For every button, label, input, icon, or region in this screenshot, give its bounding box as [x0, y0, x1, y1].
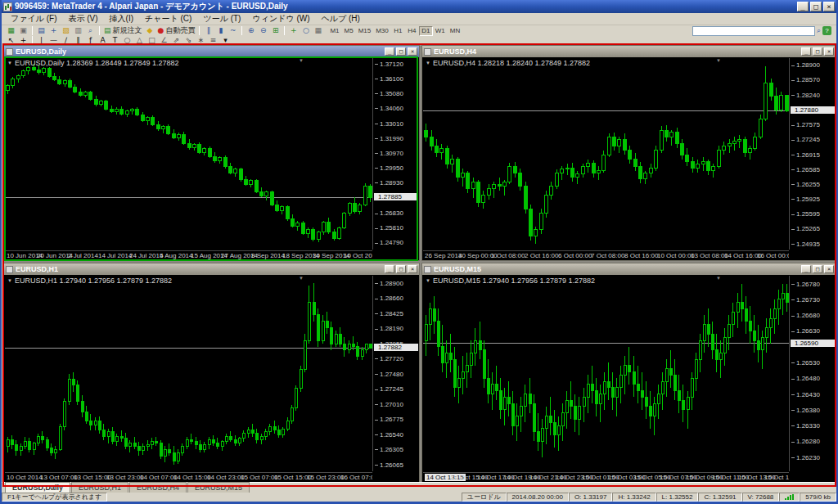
menu-item-view[interactable]: 表示 (V) — [62, 12, 103, 25]
channel-tool-icon: ∥ — [76, 36, 80, 45]
chart-title: EURUSD,H4 — [434, 47, 476, 56]
time-tick: 14 Oct 15:00 — [173, 474, 211, 481]
chart-title-bar[interactable]: EURUSD,H4 _□× — [422, 46, 836, 57]
minimize-button[interactable]: _ — [385, 47, 394, 56]
minimize-button[interactable]: _ — [385, 265, 394, 273]
chart-title: EURUSD,H1 — [16, 265, 58, 273]
zoom-in-button[interactable]: ⊕ — [245, 25, 257, 36]
periods-button[interactable]: ○ — [300, 25, 312, 36]
close-button[interactable]: × — [408, 47, 417, 56]
rectangle-tool-icon: □ — [148, 36, 155, 45]
chart-body[interactable]: ▼ EURUSD,H1 1.27940 1.27956 1.27879 1.27… — [4, 275, 419, 482]
zoom-out-button[interactable]: ⊖ — [257, 25, 269, 36]
menu-item-tools[interactable]: ツール (T) — [197, 12, 246, 25]
chevron-down-icon[interactable]: ▼ — [426, 278, 430, 283]
chart-title-bar[interactable]: EURUSD,Daily _□× — [4, 46, 419, 57]
price-tick: 1.27245 — [375, 385, 403, 393]
maximize-button[interactable]: □ — [396, 265, 406, 273]
close-button[interactable]: × — [823, 2, 835, 11]
title-bar[interactable]: 9096459: MetaTrader 4 - Alpari Japan - デ… — [2, 0, 836, 13]
chart-title-bar[interactable]: EURUSD,H1 _□× — [4, 263, 419, 275]
minimize-button[interactable]: _ — [797, 2, 809, 11]
candlestick-plot[interactable]: ▼ — [5, 276, 372, 471]
close-button[interactable]: × — [408, 265, 417, 273]
timeframe-w1-button[interactable]: W1 — [433, 26, 448, 36]
status-right-group: ユーロドル 2014.08.20 00:00 O: 1.33197 H: 1.3… — [462, 493, 836, 502]
close-button[interactable]: × — [824, 265, 834, 273]
tab-eurusd-daily[interactable]: EURUSD,Daily — [5, 482, 70, 493]
timeframe-m5-button[interactable]: M5 — [342, 26, 356, 36]
data-window-button-icon: + — [51, 26, 57, 35]
time-axis[interactable]: 10 Oct 201413 Oct 07:0013 Oct 15:0013 Oc… — [5, 472, 372, 482]
maximize-button[interactable]: □ — [810, 2, 822, 11]
price-tick: 1.26915 — [791, 151, 820, 159]
chart-title-bar[interactable]: EURUSD,M15 _□× — [422, 263, 836, 275]
chart-window-eurusd-h4[interactable]: EURUSD,H4 _□× ▼ EURUSD,H4 1.28218 1.2824… — [421, 45, 836, 261]
chevron-down-icon[interactable]: ▼ — [7, 61, 12, 65]
price-tick: 1.26680 — [791, 312, 820, 319]
symbols-tool-icon: ∗ — [198, 36, 205, 45]
tab-eurusd-h1[interactable]: EURUSD,H1 — [71, 482, 128, 493]
timeframe-mn-button[interactable]: MN — [448, 26, 462, 36]
menu-item-file[interactable]: ファイル (F) — [5, 12, 62, 25]
maximize-button[interactable]: □ — [396, 47, 406, 56]
chevron-down-icon[interactable]: ▼ — [426, 61, 430, 65]
minimize-button[interactable]: _ — [801, 47, 811, 56]
candlestick-plot[interactable]: ▼ — [423, 276, 789, 471]
templates-button[interactable]: ▦ — [312, 25, 324, 36]
time-axis[interactable]: 26 Sep 201430 Sep 00:001 Oct 08:002 Oct … — [423, 250, 789, 260]
line-chart-button-icon: ~ — [230, 26, 237, 35]
chart-icon — [6, 266, 13, 273]
time-tick: 8 Sep 2014 — [251, 252, 285, 259]
price-tick: 1.26065 — [375, 461, 403, 469]
menu-item-insert[interactable]: 挿入(I) — [104, 12, 139, 25]
time-axis[interactable]: 10 Jun 201420 Jun 20142 Jul 201414 Jul 2… — [5, 250, 372, 260]
maximize-button[interactable]: □ — [813, 265, 822, 273]
tab-eurusd-h4[interactable]: EURUSD,H4 — [129, 482, 187, 493]
price-tick: 1.26330 — [791, 422, 820, 430]
timeframe-m1-button[interactable]: M1 — [327, 26, 341, 36]
app-icon — [3, 2, 12, 11]
chart-body[interactable]: ▼ EURUSD,M15 1.27940 1.27956 1.27879 1.2… — [422, 275, 836, 482]
tile-windows-button[interactable]: ⊞ — [269, 25, 282, 36]
menu-item-help[interactable]: ヘルプ (H) — [316, 12, 366, 25]
candlestick-chart-button-icon: ▮ — [219, 26, 223, 35]
indicators-button[interactable]: + — [287, 25, 300, 36]
chart-body[interactable]: ▼ EURUSD,H4 1.28218 1.28240 1.27849 1.27… — [422, 57, 836, 260]
price-axis[interactable]: 1.371201.361001.350801.340601.330101.319… — [372, 58, 419, 250]
tab-eurusd-m15[interactable]: EURUSD,M15 — [187, 482, 250, 493]
candlestick-plot[interactable]: ▼ — [5, 58, 372, 250]
help-icon[interactable]: ? — [822, 26, 831, 35]
chart-window-eurusd-h1[interactable]: EURUSD,H1 _□× ▼ EURUSD,H1 1.27940 1.2795… — [3, 263, 420, 483]
tile-windows-button-icon: ⊞ — [273, 26, 279, 35]
minimize-button[interactable]: _ — [801, 265, 811, 273]
gann-tool-icon: ∠ — [160, 36, 167, 45]
price-axis[interactable]: 1.289001.286601.284251.281901.279551.277… — [372, 276, 419, 471]
chart-body[interactable]: ▼ EURUSD,Daily 1.28369 1.28449 1.27849 1… — [4, 57, 419, 260]
chart-window-eurusd-daily[interactable]: EURUSD,Daily _□× ▼ EURUSD,Daily 1.28369 … — [3, 45, 420, 261]
close-button[interactable]: × — [824, 47, 834, 56]
chart-icon — [424, 48, 431, 56]
menu-item-chart[interactable]: チャート (C) — [139, 12, 197, 25]
price-tick: 1.28900 — [791, 61, 820, 69]
timeframe-m15-button[interactable]: M15 — [356, 26, 374, 36]
chevron-down-icon[interactable]: ▼ — [7, 278, 12, 283]
timeframe-d1-button[interactable]: D1 — [419, 26, 433, 36]
time-tick: 26 Sep 2014 — [425, 252, 462, 259]
strategy-tester-button-icon: ⌕ — [88, 26, 92, 35]
maximize-button[interactable]: □ — [813, 47, 822, 56]
menu-item-window[interactable]: ウィンドウ (W) — [246, 12, 315, 25]
time-axis[interactable]: 14 Oct 13:1514 Oct 15:0014 Oct 17:0014 O… — [423, 472, 789, 482]
search-input[interactable] — [692, 26, 815, 36]
price-axis[interactable]: 1.267801.267301.266801.266301.265301.264… — [789, 276, 836, 471]
timeframe-m30-button[interactable]: M30 — [373, 26, 391, 36]
ohlc-values: EURUSD,H1 1.27940 1.27956 1.27879 1.2788… — [15, 277, 172, 285]
chart-window-eurusd-m15[interactable]: EURUSD,M15 _□× ▼ EURUSD,M15 1.27940 1.27… — [421, 263, 836, 483]
connection-status — [779, 493, 800, 502]
timeframe-h1-button[interactable]: H1 — [391, 26, 405, 36]
price-axis[interactable]: 1.289001.285701.282401.275751.272451.269… — [789, 58, 836, 250]
search-icon[interactable]: ⌕ — [817, 26, 821, 35]
time-tick: 15 Oct 23:00 — [307, 474, 345, 481]
candlestick-plot[interactable]: ▼ — [423, 58, 789, 250]
timeframe-h4-button[interactable]: H4 — [405, 26, 419, 36]
